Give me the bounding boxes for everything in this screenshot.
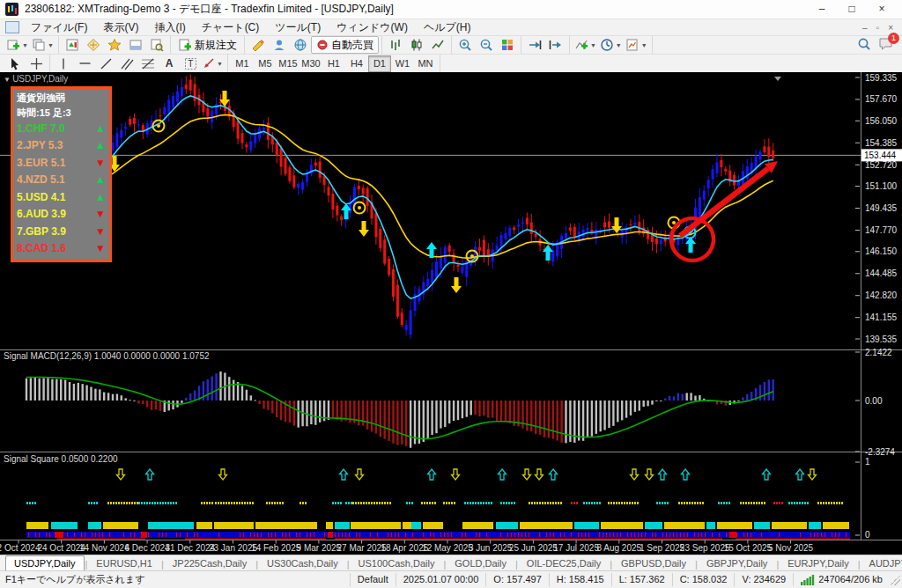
notifications-icon[interactable]: 1 <box>878 37 893 53</box>
app-icon <box>5 3 18 16</box>
data-window-button[interactable] <box>83 37 104 53</box>
arrow-objects-button[interactable]: ▼ <box>201 55 225 71</box>
market-watch-button[interactable] <box>62 37 83 53</box>
zoom-in-button[interactable] <box>455 37 476 53</box>
child-minimize-button[interactable]: – <box>862 23 868 33</box>
resize-grip[interactable] <box>890 575 900 585</box>
terminal-button[interactable] <box>125 37 146 53</box>
auto-trading-button[interactable]: 自動売買 <box>311 36 379 54</box>
svg-text:142.820: 142.820 <box>865 290 898 300</box>
trendline-tool-button[interactable] <box>95 55 116 71</box>
chart-tab[interactable]: GOLD,Daily <box>447 556 514 570</box>
strategy-tester-button[interactable] <box>146 37 167 53</box>
fibonacci-tool-button[interactable] <box>137 55 159 71</box>
cursor-tool-button[interactable] <box>4 55 26 71</box>
svg-text:2.1422: 2.1422 <box>865 348 892 357</box>
chart-tab[interactable]: GBPJPY,Daily <box>699 556 776 570</box>
notification-badge: 1 <box>888 33 899 44</box>
svg-text:3 Jun 2025: 3 Jun 2025 <box>469 543 513 553</box>
templates-button[interactable]: ▼ <box>624 37 649 53</box>
chart-tab[interactable]: USDJPY,Daily <box>5 555 85 570</box>
status-profile[interactable]: Default <box>350 573 396 586</box>
close-button[interactable]: × <box>867 0 897 18</box>
svg-text:-2.3274: -2.3274 <box>865 447 895 457</box>
menu-tools[interactable]: ツール(T) <box>267 19 329 35</box>
tile-windows-button[interactable] <box>497 37 518 53</box>
strength-row: 8.CAD 1.6▼ <box>17 240 106 258</box>
menu-chart[interactable]: チャート(C) <box>194 19 268 35</box>
menu-window[interactable]: ウィンドウ(W) <box>329 19 416 35</box>
timeframe-m1[interactable]: M1 <box>231 55 254 72</box>
window-title: 23806182: XMTrading-Demo 3 - デモ口座 - Trad… <box>25 2 394 17</box>
chart-shift-button[interactable] <box>545 37 566 53</box>
svg-text:149.435: 149.435 <box>865 203 898 213</box>
menu-file[interactable]: ファイル(F) <box>23 19 95 35</box>
status-low: L: 157.362 <box>611 573 672 586</box>
menu-view[interactable]: 表示(V) <box>95 19 146 35</box>
timeframe-h4[interactable]: H4 <box>345 55 368 72</box>
chart-tab[interactable]: OIL-DEC25,Daily <box>519 556 609 570</box>
connection-traffic: 247064/206 kb <box>818 573 883 586</box>
navigator-button[interactable] <box>104 37 125 53</box>
svg-text:14 Nov 2024: 14 Nov 2024 <box>79 543 129 553</box>
chart-tab[interactable]: AUDJPY,Daily <box>861 556 902 570</box>
timeframe-d1[interactable]: D1 <box>368 55 391 72</box>
candlestick-mode-button[interactable] <box>406 37 427 53</box>
child-restore-button[interactable]: ▫ <box>876 23 880 33</box>
chart-tab[interactable]: US30Cash,Daily <box>259 556 346 570</box>
metaeditor-icon[interactable] <box>248 37 269 53</box>
chart-tab[interactable]: GBPUSD,Daily <box>613 556 694 570</box>
svg-text:152.720: 152.720 <box>865 160 898 170</box>
currency-strength-panel: 通貨別強弱 時間:15 足:3 1.CHF 7.0▲ 2.JPY 5.3▲ 3.… <box>11 86 112 262</box>
periods-button[interactable]: ▼ <box>598 37 624 53</box>
zoom-out-button[interactable] <box>476 37 497 53</box>
svg-text:156.050: 156.050 <box>865 116 898 126</box>
vertical-line-tool-button[interactable] <box>53 55 74 71</box>
bar-chart-mode-button[interactable] <box>385 37 406 53</box>
svg-text:146.150: 146.150 <box>865 246 898 256</box>
timeframe-w1[interactable]: W1 <box>391 55 414 72</box>
chart-canvas[interactable]: 159.335157.670156.050154.385152.720151.1… <box>0 72 902 555</box>
svg-text:1: 1 <box>865 457 870 467</box>
menu-help[interactable]: ヘルプ(H) <box>416 19 479 35</box>
chart-tab[interactable]: EURJPY,Daily <box>780 556 857 570</box>
maximize-button[interactable]: □ <box>837 0 867 18</box>
horizontal-line-tool-button[interactable] <box>74 55 95 71</box>
indicators-button[interactable]: ▼ <box>573 37 598 53</box>
profiles-button[interactable]: ▼ <box>30 37 55 53</box>
strength-row: 5.USD 4.1▲ <box>17 188 106 206</box>
trend-arrow-icon: ▲ <box>95 192 106 202</box>
search-icon[interactable] <box>857 37 871 54</box>
community-icon[interactable] <box>269 37 290 53</box>
line-chart-mode-button[interactable] <box>427 37 448 53</box>
new-order-button[interactable]: 新規注文 <box>174 37 241 53</box>
timeframe-mn[interactable]: MN <box>414 55 437 72</box>
channel-tool-button[interactable] <box>116 55 137 71</box>
svg-text:2 Oct 2024: 2 Oct 2024 <box>0 543 41 553</box>
status-connection: 247064/206 kb <box>793 573 890 586</box>
chart-tab[interactable]: EURUSD,H1 <box>88 556 160 570</box>
timeframe-m30[interactable]: M30 <box>299 55 322 72</box>
auto-scroll-button[interactable] <box>524 37 545 53</box>
trend-arrow-icon: ▲ <box>95 123 106 134</box>
text-tool-button[interactable]: A <box>159 55 180 71</box>
timeframe-m5[interactable]: M5 <box>254 55 277 72</box>
title-bar: 23806182: XMTrading-Demo 3 - デモ口座 - Trad… <box>0 0 902 19</box>
mql5-globe-icon[interactable] <box>290 37 311 53</box>
child-close-button[interactable]: × <box>888 23 893 33</box>
crosshair-tool-button[interactable] <box>26 55 47 71</box>
timeframe-h1[interactable]: H1 <box>322 55 345 72</box>
new-chart-button[interactable]: ▼ <box>4 37 30 53</box>
menu-bar: ファイル(F) 表示(V) 挿入(I) チャート(C) ツール(T) ウィンドウ… <box>0 19 902 35</box>
timeframe-m15[interactable]: M15 <box>277 55 299 72</box>
macd-indicator-label: Signal MACD(12,26,9) 1.0040 0.0000 0.000… <box>4 351 210 361</box>
chart-tab[interactable]: JP225Cash,Daily <box>165 556 255 570</box>
symbol-collapse-icon[interactable]: ▼ <box>4 76 12 84</box>
trend-arrow-icon: ▼ <box>95 243 106 254</box>
svg-text:139.535: 139.535 <box>865 334 898 344</box>
chart-tab[interactable]: US100Cash,Daily <box>351 556 443 570</box>
label-tool-button[interactable]: T <box>180 55 201 71</box>
menu-insert[interactable]: 挿入(I) <box>146 19 193 35</box>
minimize-button[interactable]: – <box>807 0 837 18</box>
trend-arrow-icon: ▼ <box>95 158 106 168</box>
